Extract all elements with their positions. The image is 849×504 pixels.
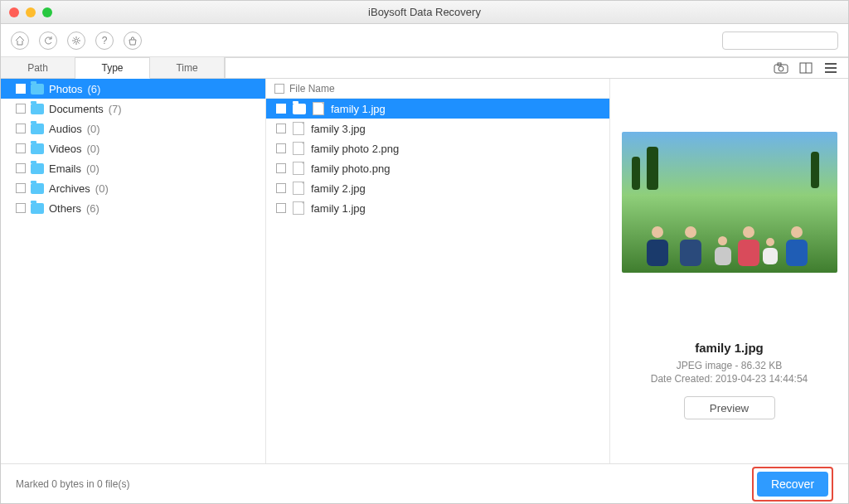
- checkbox[interactable]: [16, 84, 26, 94]
- file-name: family 1.jpg: [311, 202, 366, 215]
- folder-icon: [31, 84, 44, 94]
- recover-highlight: Recover: [752, 467, 833, 502]
- file-list-header: File Name: [266, 79, 609, 99]
- sidebar-item-label: Photos: [49, 83, 82, 95]
- folder-icon: [31, 124, 44, 134]
- list-view-icon[interactable]: [823, 61, 838, 75]
- sidebar-item-photos[interactable]: Photos (6): [1, 79, 265, 99]
- gear-icon[interactable]: [67, 32, 85, 50]
- checkbox[interactable]: [276, 124, 286, 133]
- sidebar-item-count: (0): [87, 123, 100, 135]
- preview-file-info: JPEG image - 86.32 KB: [677, 360, 782, 371]
- file-name: family photo.png: [311, 162, 390, 175]
- file-row[interactable]: family 1.jpg: [266, 99, 609, 119]
- search-box[interactable]: ✕: [722, 32, 838, 50]
- sidebar-item-count: (7): [109, 103, 122, 115]
- svg-point-0: [75, 39, 78, 42]
- tab-type[interactable]: Type: [75, 57, 150, 79]
- folder-icon: [31, 203, 44, 214]
- camera-icon[interactable]: [774, 61, 788, 75]
- file-name: family photo 2.png: [311, 143, 399, 155]
- checkbox[interactable]: [16, 163, 26, 173]
- checkbox[interactable]: [16, 104, 26, 114]
- sidebar-item-videos[interactable]: Videos (0): [1, 138, 265, 158]
- sidebar-item-archives[interactable]: Archives (0): [1, 178, 265, 198]
- checkbox[interactable]: [276, 163, 286, 173]
- sidebar-item-label: Videos: [49, 143, 82, 155]
- file-name: family 1.jpg: [331, 103, 386, 115]
- checkbox[interactable]: [276, 203, 286, 213]
- checkbox[interactable]: [276, 104, 286, 114]
- folder-icon: [31, 104, 44, 114]
- refresh-icon[interactable]: [39, 32, 57, 50]
- folder-icon: [31, 143, 44, 154]
- sidebar-item-label: Audios: [49, 123, 82, 135]
- checkbox[interactable]: [16, 143, 26, 153]
- folder-icon: [293, 104, 306, 114]
- checkbox[interactable]: [276, 143, 286, 153]
- file-name: family 3.jpg: [311, 123, 366, 135]
- file-icon: [293, 201, 304, 215]
- file-icon: [293, 162, 304, 175]
- file-row[interactable]: family 3.jpg: [266, 119, 609, 138]
- tabs-row: Path Type Time: [1, 57, 848, 79]
- sidebar-item-label: Archives: [49, 182, 90, 195]
- footer: Marked 0 bytes in 0 file(s) Recover: [1, 463, 848, 503]
- sidebar-item-emails[interactable]: Emails (0): [1, 158, 265, 178]
- file-icon: [293, 182, 304, 195]
- file-icon: [293, 142, 304, 155]
- sidebar-item-count: (0): [87, 143, 100, 155]
- file-row[interactable]: family photo 2.png: [266, 138, 609, 158]
- sidebar-item-count: (6): [86, 202, 99, 215]
- window-title: iBoysoft Data Recovery: [1, 6, 848, 18]
- sidebar-item-audios[interactable]: Audios (0): [1, 119, 265, 138]
- sidebar-item-documents[interactable]: Documents (7): [1, 99, 265, 119]
- sidebar-item-count: (6): [87, 83, 100, 95]
- grid-view-icon[interactable]: [798, 61, 813, 75]
- recover-button[interactable]: Recover: [757, 472, 828, 497]
- preview-pane: family 1.jpg JPEG image - 86.32 KB Date …: [610, 79, 848, 463]
- checkbox[interactable]: [16, 124, 26, 133]
- folder-icon: [31, 163, 44, 174]
- file-row[interactable]: family 2.jpg: [266, 178, 609, 198]
- file-row[interactable]: family photo.png: [266, 158, 609, 178]
- search-input[interactable]: [731, 35, 849, 46]
- sidebar-item-label: Emails: [49, 162, 81, 175]
- toolbar: ? ✕: [1, 24, 848, 57]
- preview-file-date: Date Created: 2019-04-23 14:44:54: [651, 373, 808, 385]
- file-row[interactable]: family 1.jpg: [266, 198, 609, 218]
- app-window: iBoysoft Data Recovery ? ✕ Path Type Tim…: [0, 0, 849, 504]
- help-icon[interactable]: ?: [95, 32, 114, 50]
- file-name: family 2.jpg: [311, 182, 366, 195]
- tab-time[interactable]: Time: [150, 57, 225, 78]
- tab-path[interactable]: Path: [1, 57, 75, 78]
- svg-point-4: [779, 66, 784, 71]
- basket-icon[interactable]: [124, 32, 142, 50]
- file-list: File Name family 1.jpg family 3.jpg fami…: [266, 79, 610, 463]
- preview-button[interactable]: Preview: [684, 396, 775, 419]
- file-icon: [293, 122, 304, 135]
- select-all-checkbox[interactable]: [274, 84, 284, 94]
- view-tabs: Path Type Time: [1, 57, 225, 78]
- sidebar-item-count: (0): [86, 162, 99, 175]
- category-sidebar: Photos (6) Documents (7) Audios (0) Vide…: [1, 79, 266, 463]
- sidebar-item-label: Others: [49, 202, 81, 215]
- checkbox[interactable]: [276, 183, 286, 193]
- status-text: Marked 0 bytes in 0 file(s): [16, 478, 129, 490]
- checkbox[interactable]: [16, 203, 26, 213]
- main-body: Photos (6) Documents (7) Audios (0) Vide…: [1, 79, 848, 463]
- sidebar-item-others[interactable]: Others (6): [1, 198, 265, 218]
- sidebar-item-label: Documents: [49, 103, 104, 115]
- preview-file-name: family 1.jpg: [695, 341, 764, 355]
- home-icon[interactable]: [11, 32, 29, 50]
- folder-icon: [31, 183, 44, 194]
- file-icon: [313, 102, 324, 115]
- title-bar: iBoysoft Data Recovery: [1, 1, 848, 24]
- file-name-column-header[interactable]: File Name: [289, 83, 335, 94]
- sidebar-item-count: (0): [95, 182, 109, 195]
- preview-image: [622, 132, 837, 273]
- checkbox[interactable]: [16, 183, 26, 193]
